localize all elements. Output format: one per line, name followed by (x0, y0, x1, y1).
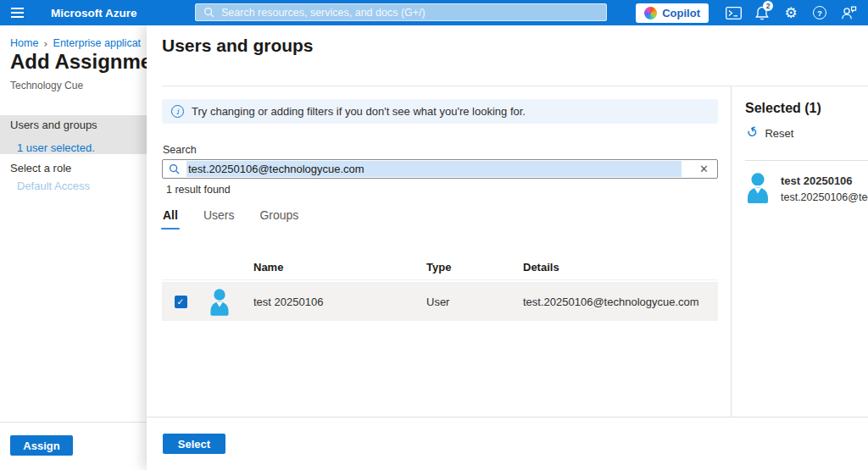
selected-count-title: Selected (1) (745, 101, 868, 116)
help-button[interactable]: ? (805, 0, 834, 25)
gear-icon: ⚙ (784, 6, 797, 20)
undo-icon: ↺ (744, 124, 760, 141)
help-icon: ? (813, 6, 826, 19)
row-checkbox[interactable]: ✓ (175, 296, 187, 308)
tab-all[interactable]: All (163, 208, 178, 229)
panel-search-input[interactable]: test.20250106@technologycue.com ✕ (162, 159, 718, 179)
results-table: Name Type Details ✓ test 20250106 User (162, 254, 718, 321)
clear-search-icon[interactable]: ✕ (697, 163, 711, 174)
notification-badge: 2 (763, 1, 773, 11)
global-search-input[interactable]: Search resources, services, and docs (G+… (195, 3, 607, 21)
breadcrumb-home-link[interactable]: Home (10, 37, 38, 49)
panel-header: Users and groups (147, 25, 868, 86)
tab-groups[interactable]: Groups (259, 208, 298, 229)
check-icon: ✓ (177, 297, 185, 307)
page-subtitle: Technology Cue (10, 80, 83, 91)
breadcrumb: Home › Enterprise applicat (10, 37, 141, 49)
column-header-name: Name (253, 261, 426, 274)
topbar-actions: Copilot 2 ⚙ ? (636, 0, 863, 25)
info-icon: i (171, 105, 184, 118)
nav-item-select-a-role[interactable]: Select a role (10, 162, 71, 174)
default-access-link[interactable]: Default Access (17, 180, 90, 192)
select-button[interactable]: Select (163, 434, 225, 454)
search-input-value: test.20250106@technologycue.com (186, 161, 682, 177)
header-divider (162, 86, 868, 86)
users-selected-link[interactable]: 1 user selected. (17, 141, 95, 154)
azure-brand[interactable]: Microsoft Azure (51, 7, 137, 19)
selected-panel-divider (745, 160, 868, 161)
column-header-details: Details (523, 261, 718, 274)
table-row[interactable]: ✓ test 20250106 User test.20250106@techn… (162, 282, 718, 321)
nav-item-users-and-groups[interactable]: Users and groups (10, 119, 97, 131)
info-banner-text: Try changing or adding filters if you do… (192, 105, 526, 118)
settings-button[interactable]: ⚙ (776, 0, 805, 25)
search-label: Search (163, 144, 718, 156)
info-banner: i Try changing or adding filters if you … (162, 99, 718, 124)
selected-item-email: test.20250106@technologycue.com (781, 191, 868, 203)
column-header-type: Type (426, 261, 523, 274)
feedback-button[interactable] (834, 0, 863, 25)
users-and-groups-panel: Users and groups i Try changing or addin… (147, 25, 868, 470)
cell-details: test.20250106@technologycue.com (523, 296, 718, 308)
feedback-icon (841, 6, 857, 19)
selected-list-item: test 20250106 test.20250106@technologycu… (745, 172, 868, 203)
azure-top-bar: Microsoft Azure Search resources, servic… (0, 0, 868, 25)
cell-name: test 20250106 (253, 296, 426, 308)
panel-footer: Select (147, 417, 868, 470)
copilot-button[interactable]: Copilot (636, 3, 709, 23)
chevron-right-icon: › (43, 38, 47, 49)
user-avatar-icon (209, 288, 231, 316)
global-search-placeholder: Search resources, services, and docs (G+… (221, 7, 426, 19)
copilot-label: Copilot (662, 7, 700, 19)
reset-label: Reset (765, 127, 793, 140)
search-icon (169, 163, 180, 174)
user-avatar-icon (745, 172, 771, 203)
cell-type: User (426, 296, 523, 308)
selected-item-name: test 20250106 (781, 174, 868, 187)
result-tabs: All Users Groups (163, 208, 718, 229)
assign-button[interactable]: Assign (10, 435, 73, 456)
base-footer-divider (0, 422, 147, 423)
reset-button[interactable]: ↺ Reset (747, 126, 868, 140)
cloud-shell-button[interactable] (719, 0, 748, 25)
panel-main: i Try changing or adding filters if you … (147, 86, 731, 417)
tab-users[interactable]: Users (203, 208, 235, 229)
breadcrumb-section-link[interactable]: Enterprise applicat (53, 37, 142, 49)
copilot-icon (644, 7, 657, 19)
search-icon (203, 7, 214, 18)
menu-icon[interactable] (0, 8, 34, 18)
selected-panel: Selected (1) ↺ Reset test 20250106 test.… (731, 86, 868, 417)
cloud-shell-icon (726, 7, 742, 19)
notifications-button[interactable]: 2 (748, 0, 776, 25)
table-header: Name Type Details (162, 254, 718, 280)
result-count: 1 result found (166, 184, 718, 196)
panel-title: Users and groups (162, 36, 314, 56)
